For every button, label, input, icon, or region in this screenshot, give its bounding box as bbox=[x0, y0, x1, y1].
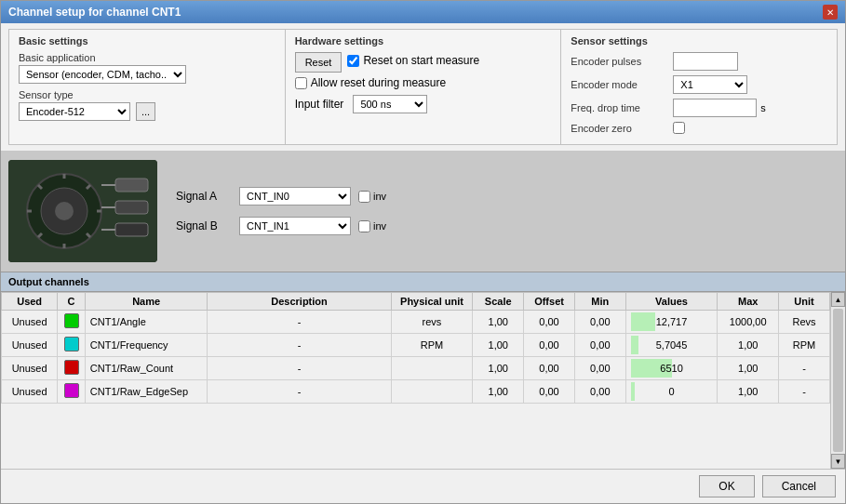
basic-settings-header: Basic settings bbox=[19, 35, 275, 46]
input-filter-select[interactable]: 500 ns bbox=[353, 95, 427, 113]
th-c: C bbox=[58, 293, 86, 311]
freq-drop-unit: s bbox=[760, 102, 766, 113]
signal-panel: Signal A CNT_IN0 inv Signal B CNT_IN1 bbox=[176, 187, 386, 235]
cell-max-3: 1,00 bbox=[718, 380, 779, 404]
color-indicator-0 bbox=[64, 313, 79, 328]
freq-drop-input[interactable]: Automatic bbox=[673, 99, 757, 117]
table-wrapper: Used C Name Description Physical unit Sc… bbox=[1, 292, 845, 469]
values-bar-2: 6510 bbox=[631, 359, 713, 378]
signal-a-select[interactable]: CNT_IN0 bbox=[239, 187, 351, 206]
scrollbar[interactable]: ▲ ▼ bbox=[830, 292, 845, 469]
freq-drop-label: Freq. drop time bbox=[571, 102, 673, 113]
encoder-pulses-input[interactable]: 512 bbox=[673, 52, 738, 71]
cell-min-0: 0,00 bbox=[574, 311, 625, 334]
th-used: Used bbox=[2, 293, 58, 311]
sensor-svg bbox=[8, 160, 157, 262]
sensor-select[interactable]: Encoder-512 bbox=[19, 102, 130, 121]
cell-color-3 bbox=[58, 380, 86, 404]
th-max: Max bbox=[718, 293, 779, 311]
cell-unit-2: - bbox=[779, 357, 830, 380]
cell-desc-0: - bbox=[208, 311, 391, 334]
cell-scale-0: 1,00 bbox=[473, 311, 524, 334]
cell-name-3: CNT1/Raw_EdgeSep bbox=[85, 380, 208, 404]
cell-min-3: 0,00 bbox=[574, 380, 625, 404]
cell-used-1: Unused bbox=[2, 334, 58, 357]
cell-min-1: 0,00 bbox=[574, 334, 625, 357]
cell-values-1: 5,7045 bbox=[625, 334, 718, 357]
table-row: Unused CNT1/Angle - revs 1,00 0,00 0,00 … bbox=[2, 311, 830, 334]
allow-reset-checkbox[interactable] bbox=[295, 77, 307, 89]
cell-used-0: Unused bbox=[2, 311, 58, 334]
ok-button[interactable]: OK bbox=[699, 475, 754, 497]
sensor-field-group: Sensor type Encoder-512 ... bbox=[19, 89, 275, 121]
values-bar-1: 5,7045 bbox=[631, 336, 713, 354]
bar-value-1: 5,7045 bbox=[656, 339, 688, 351]
scroll-up-button[interactable]: ▲ bbox=[831, 292, 845, 307]
cell-name-2: CNT1/Raw_Count bbox=[85, 357, 208, 380]
close-button[interactable]: ✕ bbox=[823, 5, 838, 20]
cell-unit-0: Revs bbox=[779, 311, 830, 334]
input-filter-label: Input filter bbox=[295, 98, 344, 111]
reset-row: Reset Reset on start measure bbox=[295, 52, 552, 73]
svg-rect-12 bbox=[115, 179, 148, 192]
sensor-label: Sensor type bbox=[19, 89, 275, 100]
cell-name-0: CNT1/Angle bbox=[85, 311, 208, 334]
color-indicator-3 bbox=[64, 383, 79, 398]
dialog: Channel setup for channel CNT1 ✕ Basic s… bbox=[0, 0, 846, 504]
signal-b-select[interactable]: CNT_IN1 bbox=[239, 217, 351, 235]
cell-used-3: Unused bbox=[2, 380, 58, 404]
signal-a-inv-label: inv bbox=[373, 191, 386, 202]
signal-b-inv-row: inv bbox=[358, 220, 386, 232]
basic-settings-col: Basic settings Basic application Sensor … bbox=[9, 30, 286, 144]
reset-on-start-checkbox[interactable] bbox=[347, 55, 359, 67]
table-row: Unused CNT1/Raw_EdgeSep - 1,00 0,00 0,00… bbox=[2, 380, 830, 404]
sensor-row: Encoder-512 ... bbox=[19, 102, 275, 121]
cell-desc-1: - bbox=[208, 334, 391, 357]
cell-color-0 bbox=[58, 311, 86, 334]
signal-b-inv-checkbox[interactable] bbox=[358, 220, 370, 232]
svg-rect-13 bbox=[115, 201, 148, 214]
th-values: Values bbox=[625, 293, 718, 311]
reset-button[interactable]: Reset bbox=[295, 52, 342, 73]
table-row: Unused CNT1/Frequency - RPM 1,00 0,00 0,… bbox=[2, 334, 830, 357]
encoder-pulses-label: Encoder pulses bbox=[571, 56, 673, 67]
scroll-thumb[interactable] bbox=[833, 309, 843, 452]
encoder-mode-row: Encoder mode X1 bbox=[571, 75, 827, 94]
cancel-button[interactable]: Cancel bbox=[762, 475, 836, 497]
scroll-down-button[interactable]: ▼ bbox=[831, 454, 845, 469]
th-unit: Unit bbox=[779, 293, 830, 311]
cell-phys-3 bbox=[391, 380, 473, 404]
encoder-zero-checkbox[interactable] bbox=[673, 122, 685, 134]
bar-bg-0 bbox=[631, 312, 655, 331]
cell-offset-3: 0,00 bbox=[524, 380, 575, 404]
cell-color-1 bbox=[58, 334, 86, 357]
app-field-group: Basic application Sensor (encoder, CDM, … bbox=[19, 52, 275, 84]
cell-phys-2 bbox=[391, 357, 473, 380]
th-scale: Scale bbox=[473, 293, 524, 311]
values-bar-3: 0 bbox=[631, 382, 713, 401]
freq-drop-row: Freq. drop time Automatic s bbox=[571, 99, 827, 117]
signal-a-inv-checkbox[interactable] bbox=[358, 191, 370, 203]
app-select[interactable]: Sensor (encoder, CDM, tacho...) bbox=[19, 65, 186, 84]
th-physical-unit: Physical unit bbox=[391, 293, 473, 311]
color-indicator-2 bbox=[64, 360, 79, 375]
app-label: Basic application bbox=[19, 52, 275, 63]
cell-unit-3: - bbox=[779, 380, 830, 404]
cell-max-2: 1,00 bbox=[718, 357, 779, 380]
cell-used-2: Unused bbox=[2, 357, 58, 380]
color-indicator-1 bbox=[64, 337, 79, 351]
table-scroll[interactable]: Used C Name Description Physical unit Sc… bbox=[1, 292, 830, 469]
encoder-pulses-row: Encoder pulses 512 bbox=[571, 52, 827, 71]
encoder-zero-row: Encoder zero bbox=[571, 122, 827, 134]
cell-desc-2: - bbox=[208, 357, 391, 380]
cell-values-0: 12,717 bbox=[625, 311, 718, 334]
dots-button[interactable]: ... bbox=[136, 102, 155, 121]
encoder-mode-label: Encoder mode bbox=[571, 79, 673, 90]
cell-name-1: CNT1/Frequency bbox=[85, 334, 208, 357]
encoder-mode-select[interactable]: X1 bbox=[673, 75, 747, 94]
settings-area: Basic settings Basic application Sensor … bbox=[1, 23, 845, 151]
allow-reset-row: Allow reset during measure bbox=[295, 76, 552, 89]
th-min: Min bbox=[574, 293, 625, 311]
cell-offset-2: 0,00 bbox=[524, 357, 575, 380]
output-section: Output channels Used C Name Description … bbox=[1, 272, 845, 469]
